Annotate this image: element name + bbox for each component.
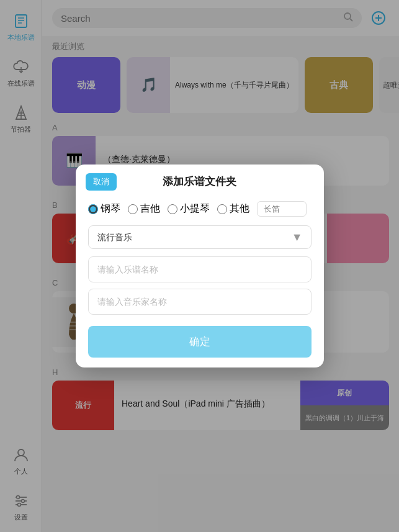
radio-violin-input[interactable] [168,204,177,214]
radio-other-input[interactable] [217,204,227,214]
radio-piano-input[interactable] [88,204,98,214]
radio-violin[interactable]: 小提琴 [168,202,210,215]
radio-other-label: 其他 [230,202,249,215]
radio-other[interactable]: 其他 [217,202,249,215]
other-instrument-input[interactable] [257,201,307,217]
radio-guitar[interactable]: 吉他 [128,202,160,215]
score-name-input[interactable] [88,256,312,282]
dialog-header: 取消 添加乐谱文件夹 [76,165,324,195]
category-dropdown-wrapper: 流行音乐 古典音乐 爵士乐 ▼ [88,225,312,249]
artist-name-input[interactable] [88,289,312,315]
instrument-radio-group: 钢琴 吉他 小提琴 其他 [88,201,312,217]
dialog: 取消 添加乐谱文件夹 钢琴 吉他 小提琴 [76,165,324,367]
radio-guitar-label: 吉他 [140,202,160,215]
dialog-confirm-button[interactable]: 确定 [88,326,312,358]
dialog-overlay: 取消 添加乐谱文件夹 钢琴 吉他 小提琴 [0,0,399,532]
radio-piano[interactable]: 钢琴 [88,202,120,215]
dialog-cancel-button[interactable]: 取消 [86,173,117,191]
dialog-title: 添加乐谱文件夹 [163,174,236,189]
radio-guitar-input[interactable] [128,204,138,214]
radio-piano-label: 钢琴 [101,202,120,215]
category-select[interactable]: 流行音乐 古典音乐 爵士乐 [88,225,312,249]
radio-violin-label: 小提琴 [180,202,210,215]
dialog-body: 钢琴 吉他 小提琴 其他 流行音乐 [76,195,324,367]
